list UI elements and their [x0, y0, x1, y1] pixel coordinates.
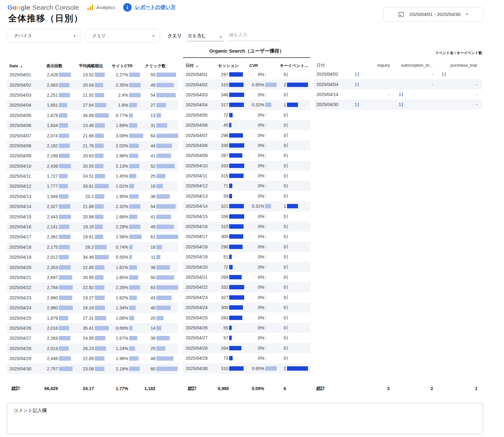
bar-area: [264, 181, 277, 191]
metric-cell: 23.27: [73, 293, 109, 303]
bar: [95, 296, 105, 300]
bar-area: [94, 151, 109, 161]
bar-area: [228, 343, 244, 353]
events-table-body: 日付inquirysubscription_tri...purchase_tri…: [314, 61, 482, 110]
bar-area: [94, 110, 109, 120]
metric-value: 321: [218, 204, 228, 209]
bar: [95, 215, 103, 219]
metric-cell: 2,175: [44, 242, 73, 252]
metric-cell: 0: [277, 272, 308, 282]
metric-value: 1.34%: [109, 305, 128, 310]
metric-value: 2.27%: [109, 72, 128, 77]
column-header[interactable]: セッション: [218, 63, 244, 69]
bar: [229, 336, 232, 340]
help-link[interactable]: レポートの使い方: [135, 4, 176, 11]
bar-area: [264, 90, 277, 100]
column-header[interactable]: CVR: [244, 63, 277, 68]
table-row: 2025/04/232,66023.271.62%43: [7, 293, 178, 303]
metric-value: 57: [218, 335, 228, 340]
column-header[interactable]: Date▲: [7, 64, 44, 68]
bar: [59, 134, 69, 138]
bar: [95, 367, 104, 371]
metric-cell: 64: [143, 130, 178, 140]
bar: [59, 296, 72, 300]
bar-area: [286, 140, 308, 150]
table-row: 2025/04/021-1: [314, 69, 482, 79]
match-type-select[interactable]: 次を含む ▼: [187, 31, 224, 41]
column-header[interactable]: 表示回数: [44, 63, 73, 69]
bar: [95, 316, 106, 320]
bar: [59, 336, 70, 340]
metric-cell: 43: [143, 293, 178, 303]
metric-value: 300: [218, 305, 228, 310]
filter-value-input[interactable]: [229, 31, 279, 41]
bar: [95, 123, 105, 128]
bar: [129, 336, 137, 340]
metric-value: 0%: [244, 244, 264, 249]
bar: [156, 316, 164, 320]
metric-value: 2,697: [44, 275, 58, 280]
metric-cell: 0: [277, 191, 308, 201]
column-header[interactable]: 日付▲: [183, 63, 218, 69]
bar-area: [286, 110, 308, 120]
column-header[interactable]: inquiry: [344, 63, 390, 68]
table-row: 2025/04/06450%0: [183, 120, 310, 130]
bar-area: [264, 252, 277, 262]
bar-area: [155, 313, 178, 323]
metric-value: 1: [277, 102, 286, 107]
bar-area: [286, 221, 308, 231]
metric-value: 297: [218, 72, 228, 77]
date-range-picker[interactable]: 2025/04/01 - 2025/04/30 ▼: [383, 7, 483, 22]
bar-area: [128, 232, 143, 242]
metric-cell: 2,362: [44, 232, 73, 242]
metric-cell: 2,757: [44, 363, 73, 373]
metric-value: 2.32%: [109, 204, 128, 209]
bar-area: [94, 353, 109, 363]
bar-area: [155, 130, 178, 140]
bar-area: [128, 181, 143, 191]
column-header[interactable]: subscription_tri...: [390, 63, 433, 68]
device-filter-dropdown[interactable]: デバイス ▼: [7, 29, 81, 43]
bar: [265, 113, 266, 117]
table-row: 2025/04/27570%0: [183, 333, 310, 343]
column-header[interactable]: purchase_trial: [433, 63, 478, 68]
metric-cell: 23.2: [73, 191, 109, 201]
bar: [59, 123, 68, 128]
column-header[interactable]: サイトCTR: [109, 63, 143, 69]
column-header[interactable]: 平均掲載順位: [73, 63, 109, 69]
metric-cell: 1.45%: [109, 171, 143, 181]
metric-value: 1.96%: [109, 356, 128, 361]
date-cell: 2025/04/19: [183, 254, 218, 259]
metric-cell: 1: [390, 99, 433, 109]
metric-value: 315: [218, 224, 228, 229]
metric-cell: 54: [143, 90, 178, 100]
totals-cell: 1,182: [143, 384, 178, 393]
bar: [59, 235, 71, 239]
comment-box[interactable]: コメント記入欄: [7, 403, 483, 434]
bar-area: [94, 90, 109, 100]
bar: [129, 83, 141, 87]
bar-area: [155, 323, 178, 333]
date-cell: 2025/04/22: [7, 285, 44, 290]
column-header[interactable]: キーイベント...: [277, 63, 308, 69]
bar: [287, 204, 298, 208]
analytics-label: Analytics: [96, 5, 115, 10]
query-filter-dropdown[interactable]: クエリ ▼: [85, 29, 160, 43]
bar-area: [264, 231, 277, 241]
bar: [95, 194, 104, 199]
metric-value: 0: [277, 275, 286, 280]
metric-cell: 1.95%: [109, 191, 143, 201]
table-row: 2025/04/3011-: [314, 99, 482, 109]
column-header[interactable]: クリック数: [143, 63, 178, 69]
date-cell: 2025/04/09: [183, 153, 218, 158]
metric-value: 1,679: [44, 113, 58, 118]
bar: [229, 143, 244, 148]
metric-value: 14: [143, 326, 155, 331]
column-header[interactable]: 日付: [314, 63, 344, 68]
bar-area: [94, 242, 109, 252]
bar-area: [58, 80, 73, 90]
metric-cell: 1.86%: [109, 151, 143, 161]
table-row: 2025/04/262,01835.410.69%14: [7, 323, 178, 333]
bar-area: [128, 171, 143, 181]
metric-cell: 38: [143, 333, 178, 343]
